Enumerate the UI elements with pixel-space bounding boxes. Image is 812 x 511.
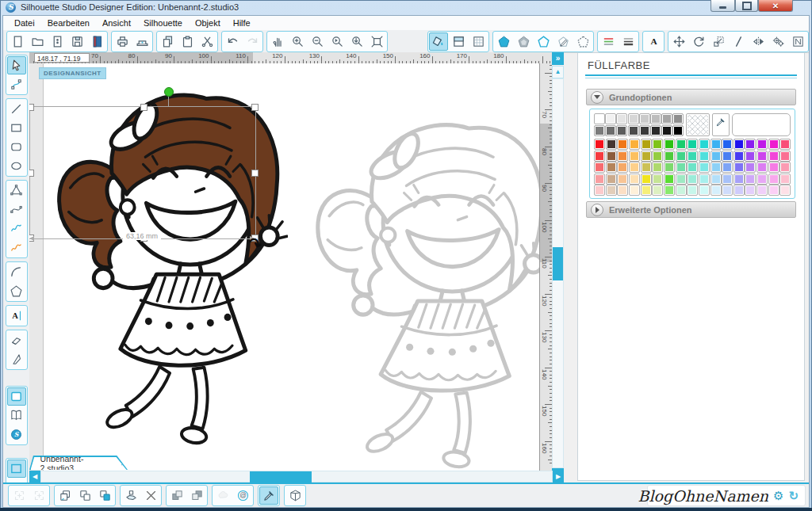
grid-settings-button[interactable] [469, 32, 488, 51]
swatch-gray-0-1[interactable] [605, 113, 616, 124]
menu-bearbeiten[interactable]: Bearbeiten [41, 17, 96, 30]
fill-gradient-button[interactable] [514, 32, 533, 51]
swatch-color-1-14[interactable] [756, 151, 768, 162]
swatch-gray-0-2[interactable] [616, 113, 627, 124]
selection-handle-w[interactable] [29, 170, 34, 177]
swatch-color-3-6[interactable] [664, 174, 675, 185]
line-style-button[interactable] [619, 32, 638, 51]
save-button[interactable] [67, 32, 86, 51]
swatch-gray-1-2[interactable] [616, 125, 627, 136]
swatch-color-0-13[interactable] [745, 139, 756, 150]
drawing-canvas[interactable]: DESIGNANSICHT 63,16 mm ↷ [29, 63, 552, 481]
rotation-handle[interactable] [164, 87, 174, 97]
swatch-color-1-12[interactable] [733, 151, 745, 162]
swatch-color-3-9[interactable] [699, 174, 710, 185]
swatch-color-3-11[interactable] [722, 174, 733, 185]
maximize-button[interactable] [735, 0, 758, 12]
fill-tool-button[interactable] [429, 32, 448, 51]
polygon-tool-button[interactable] [7, 181, 26, 200]
paste-button[interactable] [178, 32, 197, 51]
vertical-scroll-thumb[interactable] [553, 247, 563, 280]
store-view-button[interactable] [7, 425, 26, 444]
swatch-gray-0-5[interactable] [650, 113, 661, 124]
close-button[interactable]: ✕ [758, 0, 793, 12]
swatch-color-0-9[interactable] [699, 139, 710, 150]
menu-hilfe[interactable]: Hilfe [227, 17, 257, 30]
swatch-color-3-3[interactable] [629, 174, 640, 185]
swatch-color-0-6[interactable] [664, 139, 675, 150]
regular-polygon-tool-button[interactable] [7, 282, 26, 300]
horizontal-scroll-track[interactable] [40, 471, 553, 482]
advanced-options-header[interactable]: Erweiterte Optionen [586, 201, 796, 218]
swatch-color-1-13[interactable] [745, 151, 756, 162]
swatch-color-1-15[interactable] [768, 151, 779, 162]
swatch-color-1-5[interactable] [652, 151, 663, 162]
swatch-color-0-2[interactable] [617, 139, 628, 150]
selection-handle-n[interactable] [140, 104, 147, 111]
swatch-color-0-4[interactable] [641, 139, 652, 150]
fill-pattern-button[interactable] [534, 32, 553, 51]
swatch-color-1-4[interactable] [641, 151, 652, 162]
swatch-color-3-16[interactable] [779, 174, 791, 185]
edit-points-tool-button[interactable] [7, 75, 26, 93]
replicate-button[interactable] [749, 32, 768, 51]
text-tool-button[interactable] [7, 307, 26, 325]
swatch-color-1-7[interactable] [676, 151, 687, 162]
swatch-color-4-16[interactable] [779, 185, 791, 196]
swatch-color-0-11[interactable] [722, 139, 733, 150]
title-bar[interactable]: S Silhouette Studio Designer Edition: Un… [0, 0, 812, 15]
swatch-gray-0-0[interactable] [594, 113, 605, 124]
swatch-gray-0-6[interactable] [661, 113, 672, 124]
swatch-gray-0-4[interactable] [639, 113, 650, 124]
scroll-right-button[interactable]: ▶ [553, 471, 564, 482]
selection-handle-nw[interactable] [29, 104, 34, 111]
swatch-color-2-2[interactable] [617, 162, 628, 173]
swatch-gray-1-7[interactable] [672, 125, 684, 136]
girl-artwork-outline[interactable] [312, 108, 552, 474]
send-to-silhouette-button[interactable] [132, 32, 151, 51]
transparent-fill-swatch[interactable] [686, 113, 710, 136]
swatch-color-2-12[interactable] [733, 162, 745, 173]
swatch-color-4-3[interactable] [629, 185, 640, 196]
swatch-color-4-0[interactable] [594, 185, 605, 196]
page-settings-button[interactable] [449, 32, 468, 51]
swatch-color-2-13[interactable] [745, 162, 756, 173]
swatch-color-3-2[interactable] [617, 174, 628, 185]
collapse-icon[interactable] [591, 91, 603, 104]
nesting-button[interactable] [788, 32, 807, 51]
swatch-color-2-10[interactable] [710, 162, 722, 173]
no-fill-button[interactable] [573, 32, 592, 51]
swatch-color-2-4[interactable] [641, 162, 652, 173]
swatch-color-2-0[interactable] [594, 162, 605, 173]
swatch-color-4-14[interactable] [756, 185, 768, 196]
scroll-left-button[interactable]: ◀ [29, 471, 40, 482]
document-tab[interactable]: Unbenannt-2.studio3 ✕ [29, 456, 128, 470]
transform-move-button[interactable] [669, 32, 688, 51]
swatch-color-4-4[interactable] [641, 185, 652, 196]
swatch-color-4-5[interactable] [652, 185, 663, 196]
swatch-gray-1-0[interactable] [594, 125, 605, 136]
menu-ansicht[interactable]: Ansicht [96, 17, 137, 30]
open-button[interactable] [28, 32, 47, 51]
swatch-color-3-4[interactable] [641, 174, 652, 185]
swatch-color-1-2[interactable] [617, 151, 628, 162]
swatch-color-4-15[interactable] [768, 185, 779, 196]
menu-objekt[interactable]: Objekt [189, 17, 227, 30]
eraser-tool-button[interactable] [7, 331, 26, 349]
swatch-gray-0-7[interactable] [672, 113, 684, 124]
swatch-color-3-0[interactable] [594, 174, 605, 185]
cut-button[interactable] [197, 32, 216, 51]
swatch-color-0-0[interactable] [594, 139, 605, 150]
swatch-color-2-6[interactable] [664, 162, 675, 173]
zoom-drawing-button[interactable] [347, 32, 366, 51]
swatch-color-3-10[interactable] [710, 174, 722, 185]
undo-button[interactable] [223, 32, 242, 51]
swatch-color-1-6[interactable] [664, 151, 675, 162]
current-color-swatch[interactable] [732, 113, 791, 136]
swatch-color-0-1[interactable] [606, 139, 617, 150]
zoom-selection-button[interactable] [327, 32, 347, 51]
swatch-color-2-7[interactable] [676, 162, 687, 173]
swatch-color-2-9[interactable] [699, 162, 710, 173]
horizontal-scroll-thumb[interactable] [250, 471, 312, 483]
swatch-color-3-7[interactable] [676, 174, 687, 185]
